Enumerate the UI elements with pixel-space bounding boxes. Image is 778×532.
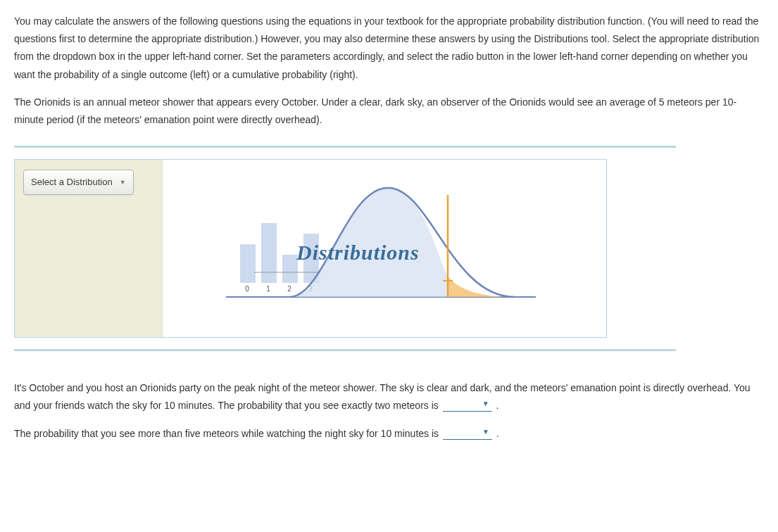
chevron-down-icon: ▼ xyxy=(482,426,489,438)
intro-paragraph-2: The Orionids is an annual meteor shower … xyxy=(14,94,764,129)
bar-1 xyxy=(261,223,277,283)
distributions-tool: Select a Distribution ▼ 0 1 2 3 xyxy=(14,159,607,338)
tool-canvas: 0 1 2 3 Distributions xyxy=(163,160,606,337)
axis-tick-0: 0 xyxy=(245,285,249,293)
question-2-post: . xyxy=(496,428,499,439)
answer-2-value xyxy=(446,427,482,437)
answer-1-value xyxy=(446,399,482,409)
answer-dropdown-2[interactable]: ▼ xyxy=(443,426,492,440)
question-1-text: It's October and you host an Orionids pa… xyxy=(14,382,751,411)
divider-top xyxy=(14,146,676,148)
question-2-text: The probability that you see more than f… xyxy=(14,428,441,439)
distribution-select-label: Select a Distribution xyxy=(31,174,113,190)
chevron-down-icon: ▼ xyxy=(482,398,489,410)
divider-bottom xyxy=(14,349,676,351)
axis-tick-1: 1 xyxy=(266,285,270,293)
chart-title: Distributions xyxy=(296,234,420,272)
distribution-select[interactable]: Select a Distribution ▼ xyxy=(23,170,134,194)
bar-2 xyxy=(282,255,298,283)
bar-0 xyxy=(240,244,256,283)
intro-paragraph-1: You may calculate the answers of the fol… xyxy=(14,13,764,84)
question-2: The probability that you see more than f… xyxy=(14,425,764,443)
tool-sidebar: Select a Distribution ▼ xyxy=(15,160,163,337)
question-1: It's October and you host an Orionids pa… xyxy=(14,379,764,414)
question-1-post: . xyxy=(496,400,499,411)
answer-dropdown-1[interactable]: ▼ xyxy=(443,398,492,412)
distributions-tool-container: Select a Distribution ▼ 0 1 2 3 xyxy=(14,146,764,351)
chevron-down-icon: ▼ xyxy=(120,177,126,188)
axis-tick-2: 2 xyxy=(287,285,291,293)
